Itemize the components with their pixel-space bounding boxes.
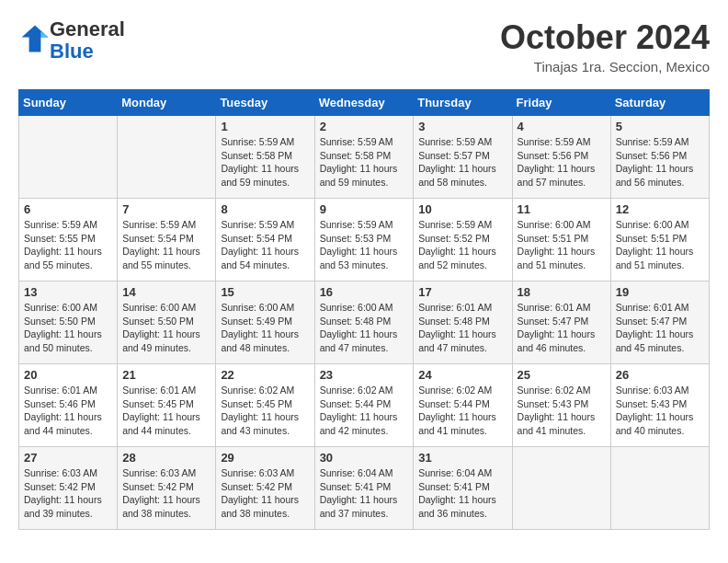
calendar-week-3: 13Sunrise: 6:00 AM Sunset: 5:50 PM Dayli…	[19, 282, 710, 364]
day-number: 26	[616, 368, 704, 382]
day-number: 11	[518, 202, 606, 216]
calendar-cell: 27Sunrise: 6:03 AM Sunset: 5:42 PM Dayli…	[19, 447, 118, 530]
title-area: October 2024 Tinajas 1ra. Seccion, Mexic…	[500, 18, 710, 75]
header-friday: Friday	[512, 90, 610, 116]
cell-info: Sunrise: 5:59 AM Sunset: 5:56 PM Dayligh…	[518, 135, 606, 190]
day-number: 24	[418, 368, 506, 382]
day-number: 14	[122, 285, 210, 299]
month-title: October 2024	[500, 18, 710, 57]
calendar-cell	[610, 447, 709, 530]
cell-info: Sunrise: 6:02 AM Sunset: 5:44 PM Dayligh…	[418, 384, 506, 438]
calendar-cell: 23Sunrise: 6:02 AM Sunset: 5:44 PM Dayli…	[314, 364, 414, 447]
calendar-cell: 11Sunrise: 6:00 AM Sunset: 5:51 PM Dayli…	[512, 199, 610, 282]
calendar-cell	[19, 116, 118, 199]
calendar-cell: 16Sunrise: 6:00 AM Sunset: 5:48 PM Dayli…	[314, 282, 414, 364]
day-number: 16	[320, 285, 409, 299]
calendar-week-4: 20Sunrise: 6:01 AM Sunset: 5:46 PM Dayli…	[19, 364, 710, 447]
cell-info: Sunrise: 6:01 AM Sunset: 5:45 PM Dayligh…	[122, 384, 210, 438]
cell-info: Sunrise: 5:59 AM Sunset: 5:57 PM Dayligh…	[418, 135, 506, 190]
header-wednesday: Wednesday	[314, 90, 414, 116]
cell-info: Sunrise: 6:01 AM Sunset: 5:48 PM Dayligh…	[418, 301, 506, 355]
calendar-cell: 5Sunrise: 5:59 AM Sunset: 5:56 PM Daylig…	[610, 116, 709, 199]
calendar-cell: 4Sunrise: 5:59 AM Sunset: 5:56 PM Daylig…	[512, 116, 610, 199]
calendar-cell	[512, 447, 610, 530]
calendar-cell: 10Sunrise: 5:59 AM Sunset: 5:52 PM Dayli…	[414, 199, 512, 282]
day-number: 28	[122, 451, 210, 465]
day-number: 18	[518, 285, 606, 299]
calendar-cell: 25Sunrise: 6:02 AM Sunset: 5:43 PM Dayli…	[512, 364, 610, 447]
header-sunday: Sunday	[19, 90, 118, 116]
calendar-cell: 8Sunrise: 5:59 AM Sunset: 5:54 PM Daylig…	[216, 199, 314, 282]
logo-text: General Blue	[50, 18, 125, 63]
cell-info: Sunrise: 5:59 AM Sunset: 5:56 PM Dayligh…	[616, 135, 704, 190]
calendar-week-2: 6Sunrise: 5:59 AM Sunset: 5:55 PM Daylig…	[19, 199, 710, 282]
calendar-header: Sunday Monday Tuesday Wednesday Thursday…	[19, 90, 710, 116]
day-number: 10	[418, 202, 506, 216]
calendar-cell: 24Sunrise: 6:02 AM Sunset: 5:44 PM Dayli…	[414, 364, 512, 447]
header-row: Sunday Monday Tuesday Wednesday Thursday…	[19, 90, 710, 116]
day-number: 31	[418, 451, 506, 465]
calendar-cell: 1Sunrise: 5:59 AM Sunset: 5:58 PM Daylig…	[216, 116, 314, 199]
calendar-cell: 17Sunrise: 6:01 AM Sunset: 5:48 PM Dayli…	[414, 282, 512, 364]
header-thursday: Thursday	[414, 90, 512, 116]
cell-info: Sunrise: 6:02 AM Sunset: 5:45 PM Dayligh…	[221, 384, 309, 438]
calendar-cell: 7Sunrise: 5:59 AM Sunset: 5:54 PM Daylig…	[118, 199, 216, 282]
cell-info: Sunrise: 5:59 AM Sunset: 5:54 PM Dayligh…	[221, 218, 309, 272]
day-number: 27	[24, 451, 112, 465]
calendar-cell: 14Sunrise: 6:00 AM Sunset: 5:50 PM Dayli…	[118, 282, 216, 364]
logo: General Blue	[18, 18, 125, 63]
calendar-cell: 6Sunrise: 5:59 AM Sunset: 5:55 PM Daylig…	[19, 199, 118, 282]
calendar-cell: 30Sunrise: 6:04 AM Sunset: 5:41 PM Dayli…	[314, 447, 414, 530]
day-number: 20	[24, 368, 112, 382]
calendar-body: 1Sunrise: 5:59 AM Sunset: 5:58 PM Daylig…	[19, 116, 710, 530]
calendar-week-5: 27Sunrise: 6:03 AM Sunset: 5:42 PM Dayli…	[19, 447, 710, 530]
cell-info: Sunrise: 6:00 AM Sunset: 5:50 PM Dayligh…	[122, 301, 210, 355]
day-number: 21	[122, 368, 210, 382]
day-number: 7	[122, 202, 210, 216]
cell-info: Sunrise: 6:00 AM Sunset: 5:51 PM Dayligh…	[518, 218, 606, 272]
day-number: 4	[518, 120, 606, 133]
cell-info: Sunrise: 6:00 AM Sunset: 5:49 PM Dayligh…	[221, 301, 309, 355]
calendar-cell: 20Sunrise: 6:01 AM Sunset: 5:46 PM Dayli…	[19, 364, 118, 447]
cell-info: Sunrise: 6:00 AM Sunset: 5:51 PM Dayligh…	[616, 218, 704, 272]
day-number: 19	[616, 285, 704, 299]
day-number: 2	[320, 120, 409, 133]
header-monday: Monday	[118, 90, 216, 116]
cell-info: Sunrise: 6:03 AM Sunset: 5:42 PM Dayligh…	[24, 466, 112, 521]
cell-info: Sunrise: 6:03 AM Sunset: 5:42 PM Dayligh…	[221, 466, 309, 521]
day-number: 22	[221, 368, 309, 382]
calendar-cell: 3Sunrise: 5:59 AM Sunset: 5:57 PM Daylig…	[414, 116, 512, 199]
location: Tinajas 1ra. Seccion, Mexico	[500, 59, 710, 75]
cell-info: Sunrise: 6:01 AM Sunset: 5:47 PM Dayligh…	[518, 301, 606, 355]
page-header: General Blue October 2024 Tinajas 1ra. S…	[18, 18, 710, 75]
calendar-cell	[118, 116, 216, 199]
day-number: 23	[320, 368, 409, 382]
calendar-cell: 2Sunrise: 5:59 AM Sunset: 5:58 PM Daylig…	[314, 116, 414, 199]
svg-marker-0	[22, 26, 49, 52]
day-number: 6	[24, 202, 112, 216]
cell-info: Sunrise: 6:04 AM Sunset: 5:41 PM Dayligh…	[320, 466, 409, 521]
day-number: 9	[320, 202, 409, 216]
cell-info: Sunrise: 5:59 AM Sunset: 5:53 PM Dayligh…	[320, 218, 409, 272]
calendar-cell: 26Sunrise: 6:03 AM Sunset: 5:43 PM Dayli…	[610, 364, 709, 447]
cell-info: Sunrise: 6:00 AM Sunset: 5:48 PM Dayligh…	[320, 301, 409, 355]
calendar-cell: 29Sunrise: 6:03 AM Sunset: 5:42 PM Dayli…	[216, 447, 314, 530]
cell-info: Sunrise: 5:59 AM Sunset: 5:58 PM Dayligh…	[320, 135, 409, 190]
day-number: 29	[221, 451, 309, 465]
cell-info: Sunrise: 6:03 AM Sunset: 5:43 PM Dayligh…	[616, 384, 704, 438]
calendar-week-1: 1Sunrise: 5:59 AM Sunset: 5:58 PM Daylig…	[19, 116, 710, 199]
day-number: 8	[221, 202, 309, 216]
logo-icon	[20, 24, 50, 53]
calendar-cell: 9Sunrise: 5:59 AM Sunset: 5:53 PM Daylig…	[314, 199, 414, 282]
cell-info: Sunrise: 5:59 AM Sunset: 5:54 PM Dayligh…	[122, 218, 210, 272]
header-tuesday: Tuesday	[216, 90, 314, 116]
calendar-cell: 19Sunrise: 6:01 AM Sunset: 5:47 PM Dayli…	[610, 282, 709, 364]
header-saturday: Saturday	[610, 90, 709, 116]
day-number: 15	[221, 285, 309, 299]
day-number: 1	[221, 120, 309, 133]
cell-info: Sunrise: 6:01 AM Sunset: 5:47 PM Dayligh…	[616, 301, 704, 355]
cell-info: Sunrise: 6:04 AM Sunset: 5:41 PM Dayligh…	[418, 466, 506, 521]
calendar-cell: 28Sunrise: 6:03 AM Sunset: 5:42 PM Dayli…	[118, 447, 216, 530]
cell-info: Sunrise: 6:02 AM Sunset: 5:43 PM Dayligh…	[518, 384, 606, 438]
cell-info: Sunrise: 5:59 AM Sunset: 5:55 PM Dayligh…	[24, 218, 112, 272]
